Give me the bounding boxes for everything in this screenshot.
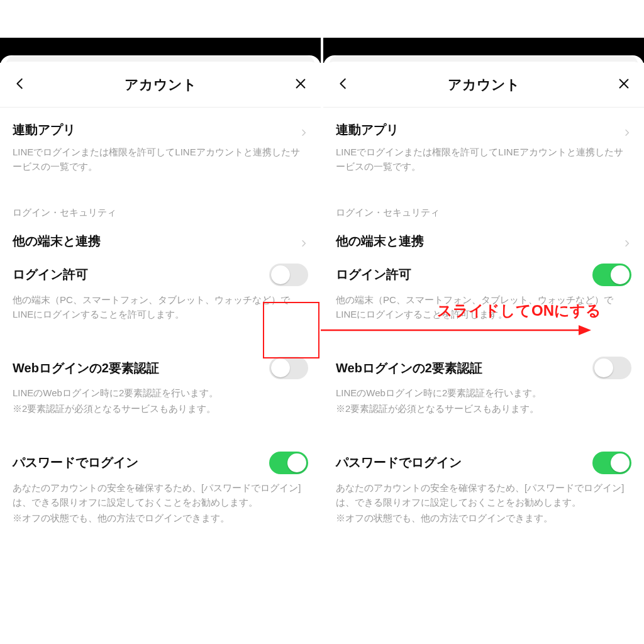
login-allow-toggle[interactable] bbox=[592, 264, 631, 286]
chevron-left-icon bbox=[13, 77, 27, 93]
header: アカウント bbox=[323, 67, 644, 107]
phone-left: アカウント 連動アプリ LINEでログインまたは権限を許可して bbox=[0, 55, 321, 629]
row-login-allow: ログイン許可 他の端末（PC、スマートフォン、タブレット、ウォッチなど）でLIN… bbox=[13, 250, 308, 322]
password-login-desc2: ※オフの状態でも、他の方法でログインできます。 bbox=[336, 511, 631, 525]
password-login-desc1: あなたのアカウントの安全を確保するため、[パスワードでログイン]は、できる限りオ… bbox=[336, 480, 631, 510]
close-icon bbox=[294, 77, 308, 93]
chevron-right-icon bbox=[299, 126, 308, 135]
link-devices-label: 他の端末と連携 bbox=[336, 233, 424, 250]
back-button[interactable] bbox=[11, 76, 29, 94]
link-devices-label: 他の端末と連携 bbox=[13, 233, 101, 250]
header: アカウント bbox=[0, 67, 321, 107]
settings-sheet: アカウント 連動アプリ LINEでログインまたは権限を許可して bbox=[0, 62, 321, 629]
chevron-right-icon bbox=[623, 236, 631, 245]
group-label-security: ログイン・セキュリティ bbox=[0, 174, 321, 219]
row-password-login: パスワードでログイン あなたのアカウントの安全を確保するため、[パスワードでログ… bbox=[336, 452, 631, 526]
linked-apps-label: 連動アプリ bbox=[336, 121, 399, 138]
login-allow-label: ログイン許可 bbox=[336, 266, 411, 283]
two-factor-toggle[interactable] bbox=[269, 357, 308, 379]
row-link-devices[interactable]: 他の端末と連携 bbox=[336, 219, 631, 250]
row-linked-apps[interactable]: 連動アプリ LINEでログインまたは権限を許可してLINEアカウントと連携したサ… bbox=[336, 108, 631, 174]
linked-apps-desc: LINEでログインまたは権限を許可してLINEアカウントと連携したサービスの一覧… bbox=[13, 145, 308, 174]
annotation-text: スライドしてONにする bbox=[437, 301, 601, 321]
close-button[interactable] bbox=[292, 76, 309, 94]
password-login-label: パスワードでログイン bbox=[336, 454, 462, 471]
page-title: アカウント bbox=[125, 75, 197, 94]
group-label-security: ログイン・セキュリティ bbox=[323, 174, 644, 219]
chevron-right-icon bbox=[299, 236, 308, 245]
row-two-factor: Webログインの2要素認証 LINEのWebログイン時に2要素認証を行います。 … bbox=[336, 357, 631, 416]
two-factor-desc1: LINEのWebログイン時に2要素認証を行います。 bbox=[336, 386, 631, 400]
close-icon bbox=[617, 77, 631, 93]
two-factor-toggle[interactable] bbox=[592, 357, 631, 379]
chevron-right-icon bbox=[623, 126, 631, 135]
row-link-devices[interactable]: 他の端末と連携 bbox=[13, 219, 308, 250]
login-allow-label: ログイン許可 bbox=[13, 266, 88, 283]
linked-apps-desc: LINEでログインまたは権限を許可してLINEアカウントと連携したサービスの一覧… bbox=[336, 145, 631, 174]
back-button[interactable] bbox=[335, 76, 352, 94]
login-allow-desc: 他の端末（PC、スマートフォン、タブレット、ウォッチなど）でLINEにログインす… bbox=[13, 292, 308, 322]
phone-right: アカウント 連動アプリ LINEでログインまたは権限を許可して bbox=[323, 55, 644, 629]
password-login-toggle[interactable] bbox=[269, 452, 308, 474]
two-factor-desc2: ※2要素認証が必須となるサービスもあります。 bbox=[336, 401, 631, 416]
close-button[interactable] bbox=[615, 76, 633, 94]
two-factor-desc1: LINEのWebログイン時に2要素認証を行います。 bbox=[13, 386, 308, 400]
center-divider bbox=[321, 38, 323, 629]
two-factor-desc2: ※2要素認証が必須となるサービスもあります。 bbox=[13, 401, 308, 416]
settings-sheet: アカウント 連動アプリ LINEでログインまたは権限を許可して bbox=[323, 62, 644, 629]
two-factor-label: Webログインの2要素認証 bbox=[336, 360, 482, 377]
linked-apps-label: 連動アプリ bbox=[13, 121, 75, 138]
row-linked-apps[interactable]: 連動アプリ LINEでログインまたは権限を許可してLINEアカウントと連携したサ… bbox=[13, 108, 308, 174]
page-title: アカウント bbox=[448, 75, 520, 94]
password-login-desc2: ※オフの状態でも、他の方法でログインできます。 bbox=[13, 511, 308, 525]
two-factor-label: Webログインの2要素認証 bbox=[13, 360, 159, 377]
chevron-left-icon bbox=[336, 77, 350, 93]
password-login-label: パスワードでログイン bbox=[13, 454, 138, 471]
row-two-factor: Webログインの2要素認証 LINEのWebログイン時に2要素認証を行います。 … bbox=[13, 357, 308, 416]
login-allow-toggle[interactable] bbox=[269, 264, 308, 286]
password-login-toggle[interactable] bbox=[592, 452, 631, 474]
row-password-login: パスワードでログイン あなたのアカウントの安全を確保するため、[パスワードでログ… bbox=[13, 452, 308, 526]
password-login-desc1: あなたのアカウントの安全を確保するため、[パスワードでログイン]は、できる限りオ… bbox=[13, 480, 308, 510]
